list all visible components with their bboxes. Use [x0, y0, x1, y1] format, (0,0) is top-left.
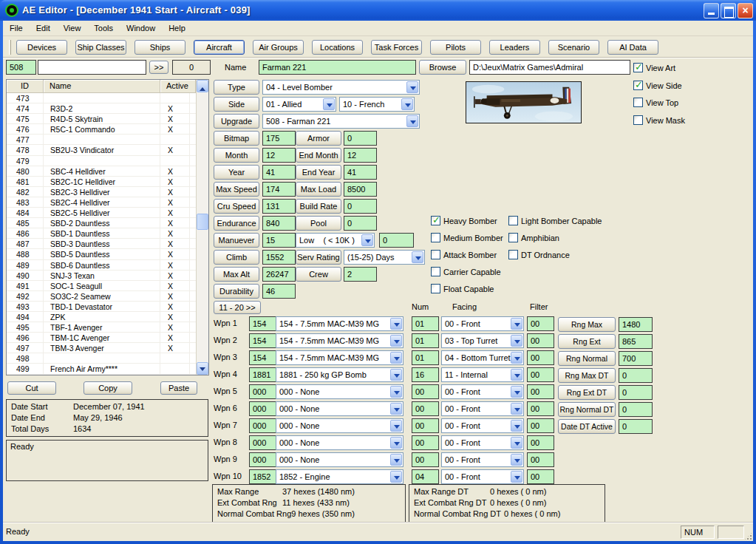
close-button[interactable]: × — [738, 3, 753, 18]
weapon-num-field[interactable]: 01 — [412, 316, 439, 331]
weapon-id-field[interactable]: 000 — [249, 384, 279, 399]
section-tab[interactable]: Scenario — [548, 40, 599, 55]
checkbox[interactable] — [508, 250, 518, 259]
stat-label-button[interactable]: Max Speed — [214, 182, 259, 197]
side-button[interactable]: Side — [214, 97, 259, 112]
weapon-facing-dropdown[interactable]: 00 - Front — [441, 401, 524, 416]
list-item[interactable]: 489 SBD-6 Dauntless X — [7, 260, 196, 271]
weapons-pager-button[interactable]: 11 - 20 >> — [214, 301, 261, 314]
chevron-down-icon[interactable] — [406, 81, 418, 93]
stat-value-field[interactable]: 41 — [262, 165, 296, 180]
section-tab[interactable]: Task Forces — [371, 40, 422, 55]
chevron-down-icon[interactable] — [511, 454, 522, 466]
scroll-up-icon[interactable] — [197, 80, 208, 92]
weapon-filter-field[interactable]: 00 — [527, 384, 554, 399]
resize-grip[interactable] — [743, 531, 753, 541]
nation-dropdown[interactable]: 10 - French — [339, 97, 415, 112]
list-item[interactable]: 475 R4D-5 Skytrain X — [7, 114, 196, 124]
stat-value-field[interactable]: 131 — [262, 199, 296, 214]
list-item[interactable]: 482 SB2C-3 Helldiver X — [7, 187, 196, 197]
copy-button[interactable]: Copy — [84, 381, 132, 395]
stat-label-button[interactable]: Endurance — [214, 216, 259, 231]
weapon-num-field[interactable]: 00 — [412, 401, 439, 416]
chevron-down-icon[interactable] — [511, 335, 522, 347]
weapon-facing-dropdown[interactable]: 04 - Bottom Turret — [441, 350, 524, 365]
range-label-button[interactable]: Rng Ext — [558, 334, 616, 349]
stat-label-button[interactable]: Max Load — [296, 182, 341, 197]
range-value-field[interactable]: 0 — [619, 385, 653, 400]
view-option[interactable]: ✓ View Art — [633, 63, 729, 75]
chevron-down-icon[interactable] — [511, 403, 522, 415]
stat-label-button[interactable]: Month — [214, 148, 259, 163]
stat-value-field[interactable]: 8500 — [344, 182, 377, 197]
list-scrollbar[interactable] — [196, 80, 208, 375]
stat-value-field[interactable]: 12 — [344, 148, 377, 163]
stat-value-field[interactable]: 15 — [262, 233, 296, 248]
weapon-num-field[interactable]: 00 — [412, 435, 439, 450]
section-tab[interactable]: AI Data — [607, 40, 658, 55]
list-item[interactable]: 481 SB2C-1C Helldiver X — [7, 177, 196, 187]
weapon-device-dropdown[interactable]: 000 - None — [276, 435, 403, 450]
type-dropdown[interactable]: 04 - Level Bomber — [262, 80, 420, 95]
view-option[interactable]: View Top — [633, 98, 729, 109]
list-item[interactable]: 487 SBD-3 Dauntless X — [7, 239, 196, 249]
checkbox[interactable] — [633, 98, 643, 107]
chevron-down-icon[interactable] — [390, 420, 402, 432]
chevron-down-icon[interactable] — [390, 454, 402, 466]
chevron-down-icon[interactable] — [511, 318, 522, 330]
chevron-down-icon[interactable] — [390, 335, 402, 347]
range-label-button[interactable]: Rng Max — [558, 317, 616, 332]
list-item[interactable]: 474 R3D-2 X — [7, 103, 196, 114]
chevron-down-icon[interactable] — [390, 471, 402, 483]
section-tab[interactable]: Ship Classes — [75, 40, 126, 55]
chevron-down-icon[interactable] — [323, 98, 335, 110]
weapon-filter-field[interactable]: 00 — [527, 401, 554, 416]
weapon-id-field[interactable]: 1881 — [249, 367, 279, 382]
stat-value-field[interactable]: 0 — [344, 131, 377, 146]
weapon-device-dropdown[interactable]: 1881 - 250 kg GP Bomb — [276, 367, 403, 382]
checkbox[interactable] — [431, 250, 440, 259]
weapon-id-field[interactable]: 000 — [249, 401, 279, 416]
serv-rating-button[interactable]: Serv Rating — [296, 250, 341, 265]
chevron-down-icon[interactable] — [361, 234, 373, 246]
list-item[interactable]: 477 — [7, 135, 196, 145]
weapon-facing-dropdown[interactable]: 00 - Front — [441, 452, 524, 467]
weapon-num-field[interactable]: 01 — [412, 350, 439, 365]
list-item[interactable]: 488 SBD-5 Dauntless X — [7, 249, 196, 259]
list-item[interactable]: 483 SB2C-4 Helldiver X — [7, 197, 196, 208]
scroll-down-icon[interactable] — [197, 362, 208, 375]
capability-option[interactable]: Carrier Capable — [431, 267, 549, 279]
weapon-id-field[interactable]: 154 — [249, 316, 279, 331]
weapon-filter-field[interactable]: 00 — [527, 350, 554, 365]
chevron-down-icon[interactable] — [390, 318, 402, 330]
paste-button[interactable]: Paste — [160, 381, 197, 395]
menu-item[interactable]: View — [57, 21, 88, 36]
stat-label-button[interactable]: Durability — [214, 284, 259, 299]
stat-value-field[interactable]: 41 — [344, 165, 377, 180]
weapon-num-field[interactable]: 04 — [412, 469, 439, 484]
checkbox[interactable] — [508, 233, 518, 242]
chevron-down-icon[interactable] — [390, 437, 402, 449]
weapon-id-field[interactable]: 000 — [249, 418, 279, 433]
list-item[interactable]: 479 — [7, 156, 196, 166]
view-option[interactable]: ✓ View Side — [633, 81, 729, 92]
stat-label-button[interactable]: Cru Speed — [214, 199, 259, 214]
checkbox[interactable] — [508, 216, 518, 225]
stat-label-button[interactable]: Manuever — [214, 233, 259, 248]
menu-item[interactable]: Tools — [87, 21, 120, 36]
stat-label-button[interactable]: Build Rate — [296, 199, 341, 214]
stat-label-button[interactable]: Armor — [296, 131, 341, 146]
weapon-device-dropdown[interactable]: 154 - 7.5mm MAC-M39 MG — [276, 333, 403, 348]
weapon-filter-field[interactable]: 00 — [527, 367, 554, 382]
menu-item[interactable]: Help — [162, 21, 192, 36]
range-label-button[interactable]: Rng Max DT — [558, 368, 616, 383]
chevron-down-icon[interactable] — [390, 369, 402, 381]
column-header-id[interactable]: ID — [7, 80, 44, 92]
list-item[interactable]: 490 SNJ-3 Texan X — [7, 271, 196, 281]
range-label-button[interactable]: Rng Ext DT — [558, 385, 616, 400]
weapon-facing-dropdown[interactable]: 00 - Front — [441, 384, 524, 399]
list-item[interactable]: 473 — [7, 93, 196, 103]
view-option[interactable]: View Mask — [633, 115, 729, 127]
menu-item[interactable]: Window — [120, 21, 162, 36]
browse-button[interactable]: Browse — [419, 60, 466, 75]
